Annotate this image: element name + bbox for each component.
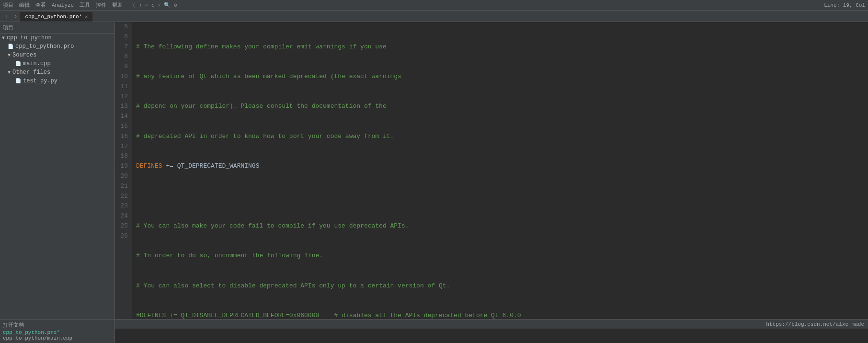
editor-content[interactable]: 5 6 7 8 9 10 11 12 13 14 15 16 17 18 19 … [115, 22, 868, 319]
menu-items[interactable]: 项目 编辑 查看 Analyze 工具 控件 帮助 ⟨ ⟩ ↩ ↻ ⚡ 🔍 ⚙ [3, 1, 177, 9]
menu-item-edit[interactable]: 编辑 [19, 1, 30, 9]
line-num-7: 7 [119, 42, 128, 52]
line-num-12: 12 [119, 92, 128, 102]
line-num-5: 5 [119, 22, 128, 32]
code-line-11: # You can also make your code fail to co… [136, 221, 864, 231]
menu-item-project[interactable]: 项目 [3, 1, 13, 9]
line-info: Line: 19, Col [824, 2, 865, 8]
line-num-8: 8 [119, 52, 128, 62]
project-label: cpp_to_python [7, 34, 52, 41]
line-num-13: 13 [119, 102, 128, 112]
menu-item-controls[interactable]: 控件 [96, 1, 106, 9]
status-bar: https://blog.csdn.net/a1xe_made [115, 319, 868, 329]
line-num-19: 19 [119, 161, 128, 172]
sidebar-bottom: 打开文档 cpp_to_python.pro* cpp_to_python/ma… [0, 319, 115, 343]
sidebar-item-sources[interactable]: ▼ Sources [0, 51, 114, 59]
pro-file-label: cpp_to_python.pro [15, 43, 74, 50]
folder-open-icon: ▼ [2, 35, 5, 41]
cpp-file-icon: 📄 [15, 61, 21, 67]
code-line-9: DEFINES += QT_DEPRECATED_WARNINGS [136, 161, 864, 172]
sidebar-item-main-cpp[interactable]: 📄 main.cpp [0, 59, 114, 68]
line-num-21: 21 [119, 182, 128, 192]
folder-icon: ▼ [8, 53, 11, 58]
code-line-6: # any feature of Qt which as been marked… [136, 72, 864, 82]
line-num-10: 10 [119, 72, 128, 82]
test-py-label: test_py.py [23, 78, 57, 84]
sources-label: Sources [12, 52, 36, 58]
sidebar-header: 项目 [0, 22, 114, 34]
code-line-12: # In order to do so, uncomment the follo… [136, 251, 864, 261]
menu-item-tools[interactable]: 工具 [80, 1, 90, 9]
menu-item-view[interactable]: 查看 [35, 1, 46, 9]
line-num-9: 9 [119, 62, 128, 72]
main-layout: 项目 ▼ cpp_to_python 📄 cpp_to_python.pro ▼… [0, 22, 868, 319]
line-num-14: 14 [119, 112, 128, 122]
sidebar-item-test-py[interactable]: 📄 test_py.py [0, 77, 114, 85]
folder-other-icon: ▼ [8, 70, 11, 75]
tab-close-icon[interactable]: ✕ [85, 14, 88, 20]
tab-label: cpp_to_python.pro* [25, 14, 82, 20]
menu-item-analyze[interactable]: Analyze [52, 2, 74, 8]
line-num-18: 18 [119, 151, 128, 161]
line-num-11: 11 [119, 82, 128, 92]
bottom-bar: 打开文档 cpp_to_python.pro* cpp_to_python/ma… [0, 319, 868, 343]
sidebar-item-pro-file[interactable]: 📄 cpp_to_python.pro [0, 42, 114, 51]
editor-area[interactable]: 5 6 7 8 9 10 11 12 13 14 15 16 17 18 19 … [115, 22, 868, 319]
line-num-15: 15 [119, 122, 128, 132]
line-num-16: 16 [119, 132, 128, 142]
code-line-8: # deprecated API in order to know how to… [136, 132, 864, 142]
main-cpp-label: main.cpp [23, 60, 51, 67]
line-num-22: 22 [119, 192, 128, 202]
status-right: https://blog.csdn.net/a1xe_made [766, 321, 864, 327]
sidebar-item-other-files[interactable]: ▼ Other files [0, 68, 114, 77]
open-file-1[interactable]: cpp_to_python.pro* [3, 330, 112, 335]
line-num-24: 24 [119, 211, 128, 221]
code-line-13: # You can also select to disable depreca… [136, 281, 864, 291]
line-num-6: 6 [119, 32, 128, 42]
sidebar-item-cpp-to-python[interactable]: ▼ cpp_to_python [0, 34, 114, 42]
other-files-label: Other files [12, 69, 50, 76]
tab-bar: ‹ › cpp_to_python.pro* ✕ [0, 11, 868, 22]
py-file-icon: 📄 [15, 78, 21, 84]
line-numbers: 5 6 7 8 9 10 11 12 13 14 15 16 17 18 19 … [115, 22, 132, 319]
open-file-2[interactable]: cpp_to_python/main.cpp [3, 335, 112, 341]
tab-navigation-back[interactable]: ‹ [2, 12, 11, 22]
line-num-17: 17 [119, 142, 128, 152]
top-menu-bar: 项目 编辑 查看 Analyze 工具 控件 帮助 ⟨ ⟩ ↩ ↻ ⚡ 🔍 ⚙ … [0, 0, 868, 11]
code-line-5: # The following define makes your compil… [136, 42, 864, 52]
line-num-26: 26 [119, 231, 128, 241]
code-line-14: #DEFINES += QT_DISABLE_DEPRECATED_BEFORE… [136, 311, 864, 319]
code-editor[interactable]: # The following define makes your compil… [132, 22, 868, 319]
code-line-7: # depend on your compiler). Please consu… [136, 102, 864, 112]
file-icon: 📄 [8, 44, 13, 49]
tab-navigation-forward[interactable]: › [11, 12, 20, 22]
tab-cpp-to-python-pro[interactable]: cpp_to_python.pro* ✕ [20, 12, 92, 22]
line-num-23: 23 [119, 201, 128, 211]
sidebar: 项目 ▼ cpp_to_python 📄 cpp_to_python.pro ▼… [0, 22, 115, 319]
open-files-label: 打开文档 [3, 321, 112, 329]
code-line-10 [136, 192, 864, 202]
line-num-25: 25 [119, 221, 128, 231]
menu-item-help[interactable]: 帮助 [112, 1, 123, 9]
line-num-20: 20 [119, 172, 128, 182]
